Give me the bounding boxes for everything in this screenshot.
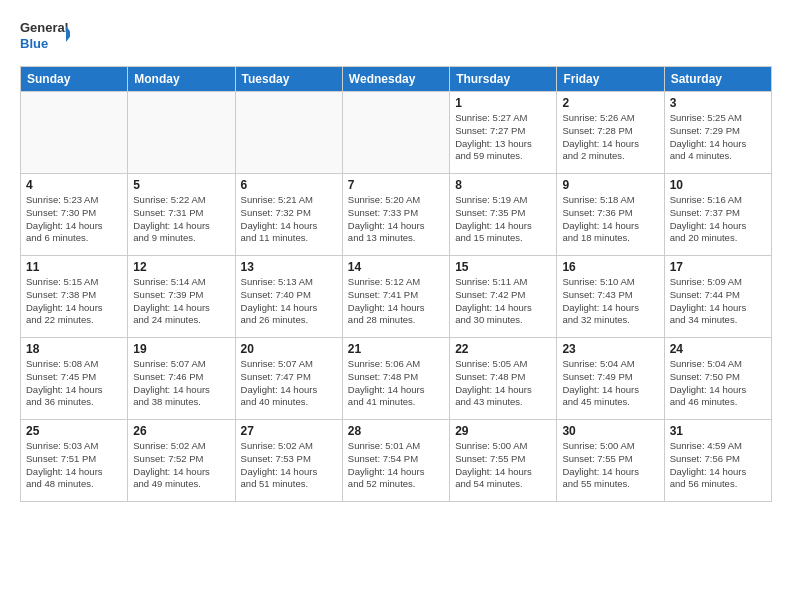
calendar-cell-4-3: 20Sunrise: 5:07 AMSunset: 7:47 PMDayligh… — [235, 338, 342, 420]
calendar-cell-5-7: 31Sunrise: 4:59 AMSunset: 7:56 PMDayligh… — [664, 420, 771, 502]
day-number: 24 — [670, 342, 766, 356]
calendar-cell-1-6: 2Sunrise: 5:26 AMSunset: 7:28 PMDaylight… — [557, 92, 664, 174]
weekday-header-friday: Friday — [557, 67, 664, 92]
day-number: 25 — [26, 424, 122, 438]
day-info: Sunrise: 5:25 AMSunset: 7:29 PMDaylight:… — [670, 112, 766, 163]
day-info: Sunrise: 5:12 AMSunset: 7:41 PMDaylight:… — [348, 276, 444, 327]
day-info: Sunrise: 5:06 AMSunset: 7:48 PMDaylight:… — [348, 358, 444, 409]
calendar-cell-2-4: 7Sunrise: 5:20 AMSunset: 7:33 PMDaylight… — [342, 174, 449, 256]
calendar-cell-2-7: 10Sunrise: 5:16 AMSunset: 7:37 PMDayligh… — [664, 174, 771, 256]
calendar-cell-4-1: 18Sunrise: 5:08 AMSunset: 7:45 PMDayligh… — [21, 338, 128, 420]
day-info: Sunrise: 5:15 AMSunset: 7:38 PMDaylight:… — [26, 276, 122, 327]
calendar-cell-1-4 — [342, 92, 449, 174]
day-info: Sunrise: 5:00 AMSunset: 7:55 PMDaylight:… — [562, 440, 658, 491]
calendar-cell-5-1: 25Sunrise: 5:03 AMSunset: 7:51 PMDayligh… — [21, 420, 128, 502]
calendar-cell-4-5: 22Sunrise: 5:05 AMSunset: 7:48 PMDayligh… — [450, 338, 557, 420]
day-number: 14 — [348, 260, 444, 274]
day-info: Sunrise: 5:02 AMSunset: 7:53 PMDaylight:… — [241, 440, 337, 491]
day-number: 12 — [133, 260, 229, 274]
calendar-cell-1-5: 1Sunrise: 5:27 AMSunset: 7:27 PMDaylight… — [450, 92, 557, 174]
svg-text:Blue: Blue — [20, 36, 48, 51]
calendar-cell-2-5: 8Sunrise: 5:19 AMSunset: 7:35 PMDaylight… — [450, 174, 557, 256]
day-number: 26 — [133, 424, 229, 438]
day-number: 7 — [348, 178, 444, 192]
weekday-header-wednesday: Wednesday — [342, 67, 449, 92]
calendar-cell-2-1: 4Sunrise: 5:23 AMSunset: 7:30 PMDaylight… — [21, 174, 128, 256]
day-info: Sunrise: 5:13 AMSunset: 7:40 PMDaylight:… — [241, 276, 337, 327]
day-info: Sunrise: 5:04 AMSunset: 7:49 PMDaylight:… — [562, 358, 658, 409]
day-number: 28 — [348, 424, 444, 438]
day-info: Sunrise: 5:23 AMSunset: 7:30 PMDaylight:… — [26, 194, 122, 245]
day-number: 16 — [562, 260, 658, 274]
day-info: Sunrise: 5:07 AMSunset: 7:46 PMDaylight:… — [133, 358, 229, 409]
day-number: 22 — [455, 342, 551, 356]
weekday-header-monday: Monday — [128, 67, 235, 92]
calendar-cell-4-7: 24Sunrise: 5:04 AMSunset: 7:50 PMDayligh… — [664, 338, 771, 420]
day-number: 1 — [455, 96, 551, 110]
week-row-3: 11Sunrise: 5:15 AMSunset: 7:38 PMDayligh… — [21, 256, 772, 338]
week-row-2: 4Sunrise: 5:23 AMSunset: 7:30 PMDaylight… — [21, 174, 772, 256]
calendar-cell-1-2 — [128, 92, 235, 174]
calendar-cell-4-6: 23Sunrise: 5:04 AMSunset: 7:49 PMDayligh… — [557, 338, 664, 420]
weekday-header-row: SundayMondayTuesdayWednesdayThursdayFrid… — [21, 67, 772, 92]
week-row-1: 1Sunrise: 5:27 AMSunset: 7:27 PMDaylight… — [21, 92, 772, 174]
day-info: Sunrise: 5:18 AMSunset: 7:36 PMDaylight:… — [562, 194, 658, 245]
day-info: Sunrise: 5:00 AMSunset: 7:55 PMDaylight:… — [455, 440, 551, 491]
day-number: 5 — [133, 178, 229, 192]
day-number: 23 — [562, 342, 658, 356]
svg-text:General: General — [20, 20, 68, 35]
calendar-cell-2-2: 5Sunrise: 5:22 AMSunset: 7:31 PMDaylight… — [128, 174, 235, 256]
day-number: 19 — [133, 342, 229, 356]
calendar-cell-3-2: 12Sunrise: 5:14 AMSunset: 7:39 PMDayligh… — [128, 256, 235, 338]
week-row-4: 18Sunrise: 5:08 AMSunset: 7:45 PMDayligh… — [21, 338, 772, 420]
weekday-header-tuesday: Tuesday — [235, 67, 342, 92]
calendar-cell-5-3: 27Sunrise: 5:02 AMSunset: 7:53 PMDayligh… — [235, 420, 342, 502]
day-number: 2 — [562, 96, 658, 110]
day-info: Sunrise: 5:07 AMSunset: 7:47 PMDaylight:… — [241, 358, 337, 409]
day-number: 30 — [562, 424, 658, 438]
header: General Blue — [20, 16, 772, 56]
day-info: Sunrise: 5:22 AMSunset: 7:31 PMDaylight:… — [133, 194, 229, 245]
day-number: 20 — [241, 342, 337, 356]
weekday-header-sunday: Sunday — [21, 67, 128, 92]
calendar-cell-1-3 — [235, 92, 342, 174]
day-number: 11 — [26, 260, 122, 274]
weekday-header-thursday: Thursday — [450, 67, 557, 92]
day-info: Sunrise: 5:21 AMSunset: 7:32 PMDaylight:… — [241, 194, 337, 245]
calendar-cell-1-1 — [21, 92, 128, 174]
day-info: Sunrise: 4:59 AMSunset: 7:56 PMDaylight:… — [670, 440, 766, 491]
day-info: Sunrise: 5:05 AMSunset: 7:48 PMDaylight:… — [455, 358, 551, 409]
calendar-cell-3-1: 11Sunrise: 5:15 AMSunset: 7:38 PMDayligh… — [21, 256, 128, 338]
day-info: Sunrise: 5:14 AMSunset: 7:39 PMDaylight:… — [133, 276, 229, 327]
calendar-cell-3-6: 16Sunrise: 5:10 AMSunset: 7:43 PMDayligh… — [557, 256, 664, 338]
day-number: 3 — [670, 96, 766, 110]
calendar-cell-5-2: 26Sunrise: 5:02 AMSunset: 7:52 PMDayligh… — [128, 420, 235, 502]
day-number: 8 — [455, 178, 551, 192]
day-info: Sunrise: 5:11 AMSunset: 7:42 PMDaylight:… — [455, 276, 551, 327]
day-number: 29 — [455, 424, 551, 438]
calendar-cell-3-7: 17Sunrise: 5:09 AMSunset: 7:44 PMDayligh… — [664, 256, 771, 338]
day-info: Sunrise: 5:02 AMSunset: 7:52 PMDaylight:… — [133, 440, 229, 491]
weekday-header-saturday: Saturday — [664, 67, 771, 92]
calendar-cell-4-4: 21Sunrise: 5:06 AMSunset: 7:48 PMDayligh… — [342, 338, 449, 420]
day-info: Sunrise: 5:04 AMSunset: 7:50 PMDaylight:… — [670, 358, 766, 409]
calendar-cell-5-6: 30Sunrise: 5:00 AMSunset: 7:55 PMDayligh… — [557, 420, 664, 502]
calendar: SundayMondayTuesdayWednesdayThursdayFrid… — [20, 66, 772, 502]
week-row-5: 25Sunrise: 5:03 AMSunset: 7:51 PMDayligh… — [21, 420, 772, 502]
day-info: Sunrise: 5:27 AMSunset: 7:27 PMDaylight:… — [455, 112, 551, 163]
day-info: Sunrise: 5:09 AMSunset: 7:44 PMDaylight:… — [670, 276, 766, 327]
calendar-cell-5-5: 29Sunrise: 5:00 AMSunset: 7:55 PMDayligh… — [450, 420, 557, 502]
calendar-cell-5-4: 28Sunrise: 5:01 AMSunset: 7:54 PMDayligh… — [342, 420, 449, 502]
day-info: Sunrise: 5:08 AMSunset: 7:45 PMDaylight:… — [26, 358, 122, 409]
day-info: Sunrise: 5:20 AMSunset: 7:33 PMDaylight:… — [348, 194, 444, 245]
calendar-cell-3-5: 15Sunrise: 5:11 AMSunset: 7:42 PMDayligh… — [450, 256, 557, 338]
day-number: 9 — [562, 178, 658, 192]
logo-svg: General Blue — [20, 16, 70, 56]
day-number: 15 — [455, 260, 551, 274]
day-info: Sunrise: 5:10 AMSunset: 7:43 PMDaylight:… — [562, 276, 658, 327]
page: General Blue SundayMondayTuesdayWednesda… — [0, 0, 792, 612]
day-info: Sunrise: 5:01 AMSunset: 7:54 PMDaylight:… — [348, 440, 444, 491]
day-info: Sunrise: 5:03 AMSunset: 7:51 PMDaylight:… — [26, 440, 122, 491]
day-number: 27 — [241, 424, 337, 438]
calendar-cell-1-7: 3Sunrise: 5:25 AMSunset: 7:29 PMDaylight… — [664, 92, 771, 174]
